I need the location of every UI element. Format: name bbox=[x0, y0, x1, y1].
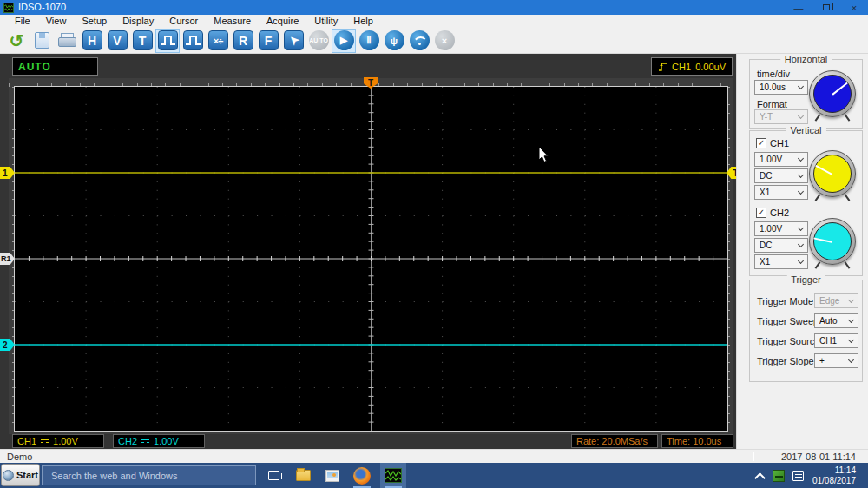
chevron-down-icon bbox=[798, 112, 804, 118]
trigger-group: Trigger Trigger Mode Edge Trigger Sweep … bbox=[749, 280, 863, 382]
status-datetime: 2017-08-01 11:14 bbox=[753, 452, 868, 462]
idso-1070-window: IDSO-1070 — × File View Setup Display Cu… bbox=[0, 0, 868, 488]
trigger-settings-button[interactable]: T bbox=[130, 29, 155, 53]
play-icon: ▶ bbox=[334, 30, 354, 50]
ch1-probe-select[interactable]: X1 bbox=[754, 185, 808, 200]
system-tray: 11:14 01/08/2017 bbox=[756, 463, 868, 488]
cursor-measure-button[interactable]: ➤ bbox=[281, 29, 306, 53]
usb-connect-button[interactable]: ψ bbox=[382, 29, 406, 53]
disconnect-icon: × bbox=[435, 30, 455, 50]
horizontal-group: Horizontal time/div 10.0us Format Y-T bbox=[749, 59, 863, 129]
time-base-readout: Time: 10.0us bbox=[661, 434, 733, 448]
file-explorer-button[interactable] bbox=[290, 463, 316, 488]
menu-view[interactable]: View bbox=[38, 15, 75, 28]
chevron-down-icon bbox=[798, 257, 804, 263]
ch2-checkbox[interactable] bbox=[756, 208, 766, 218]
ch2-enable-row: CH2 bbox=[756, 208, 789, 218]
wifi-connect-button[interactable] bbox=[407, 29, 431, 53]
chevron-down-icon bbox=[798, 171, 804, 177]
single-capture-button[interactable] bbox=[181, 29, 205, 53]
app-icon bbox=[3, 3, 14, 13]
save-button[interactable] bbox=[30, 29, 54, 53]
ch2-voltdiv-select[interactable]: 1.00V bbox=[754, 221, 808, 236]
format-select[interactable]: Y-T bbox=[754, 109, 808, 124]
waveform-mode-button[interactable] bbox=[155, 29, 180, 53]
menu-acquire[interactable]: Acquire bbox=[259, 15, 306, 28]
trigger-icon: T bbox=[133, 30, 153, 50]
cursor-arrow-icon: ➤ bbox=[284, 30, 304, 50]
close-button[interactable]: × bbox=[840, 0, 868, 15]
ch1-checkbox[interactable] bbox=[756, 138, 766, 148]
menu-help[interactable]: Help bbox=[345, 15, 381, 28]
restore-button[interactable] bbox=[812, 0, 840, 15]
ch2-coupling-select[interactable]: DC bbox=[754, 238, 808, 253]
menu-utility[interactable]: Utility bbox=[306, 15, 345, 28]
disconnect-button[interactable]: × bbox=[432, 29, 457, 53]
horizontal-position-knob[interactable] bbox=[809, 70, 856, 117]
connect-icon: ↺ bbox=[10, 30, 24, 51]
trigger-sweep-select[interactable]: Auto bbox=[814, 313, 858, 328]
math-button[interactable]: ×÷ bbox=[206, 29, 230, 53]
math-icon: ×÷ bbox=[208, 30, 228, 50]
horizontal-settings-button[interactable]: H bbox=[80, 29, 104, 53]
ch1-position-knob[interactable] bbox=[809, 150, 856, 197]
ch1-voltdiv-select[interactable]: 1.00V bbox=[754, 152, 808, 167]
task-view-icon bbox=[268, 471, 279, 480]
menu-file[interactable]: File bbox=[7, 15, 38, 28]
show-desktop-button[interactable] bbox=[865, 463, 868, 488]
trigger-group-title: Trigger bbox=[786, 274, 825, 285]
trigger-slope-select[interactable]: + bbox=[814, 353, 858, 368]
pause-button[interactable]: Ⅱ bbox=[357, 29, 381, 53]
dc-coupling-icon bbox=[141, 439, 149, 445]
menu-setup[interactable]: Setup bbox=[74, 15, 115, 28]
chevron-down-icon bbox=[848, 316, 854, 322]
clock-time: 11:14 bbox=[812, 465, 856, 476]
task-view-button[interactable] bbox=[260, 463, 286, 488]
menu-display[interactable]: Display bbox=[115, 15, 161, 28]
idso-app-button[interactable] bbox=[380, 463, 406, 488]
pause-icon: Ⅱ bbox=[359, 30, 379, 50]
taskbar-search-input[interactable] bbox=[42, 465, 256, 485]
connect-button[interactable]: ↺ bbox=[4, 29, 29, 53]
fft-button[interactable]: F bbox=[256, 29, 280, 53]
run-button[interactable]: ▶ bbox=[332, 29, 356, 53]
chevron-down-icon bbox=[798, 82, 804, 89]
taskbar-clock[interactable]: 11:14 01/08/2017 bbox=[812, 465, 865, 486]
menu-measure[interactable]: Measure bbox=[206, 15, 259, 28]
vertical-group-title: Vertical bbox=[786, 125, 825, 135]
start-label: Start bbox=[16, 470, 38, 480]
vertical-settings-button[interactable]: V bbox=[105, 29, 129, 53]
tray-expand-icon[interactable] bbox=[756, 472, 764, 479]
minimize-icon: — bbox=[794, 3, 804, 13]
fft-icon: F bbox=[259, 30, 279, 50]
photos-button[interactable] bbox=[319, 463, 345, 488]
firefox-button[interactable] bbox=[349, 463, 375, 488]
ch1-coupling-select[interactable]: DC bbox=[754, 168, 808, 183]
save-icon bbox=[35, 32, 49, 49]
ch1-enable-row: CH1 bbox=[756, 138, 789, 148]
waveform-display[interactable] bbox=[15, 87, 727, 431]
start-button[interactable]: Start bbox=[1, 464, 40, 486]
print-button[interactable] bbox=[55, 29, 79, 53]
ch2-position-knob[interactable] bbox=[809, 218, 856, 265]
idso-tray-icon[interactable] bbox=[773, 470, 785, 482]
timediv-select[interactable]: 10.0us bbox=[754, 80, 808, 95]
statusbar: Demo 2017-08-01 11:14 bbox=[0, 449, 868, 463]
ch2-label: CH2 bbox=[770, 208, 789, 218]
clock-date: 01/08/2017 bbox=[812, 476, 856, 486]
sample-rate-readout: Rate: 20.0MSa/s bbox=[571, 434, 658, 448]
chevron-down-icon bbox=[848, 336, 854, 342]
mouse-cursor bbox=[538, 147, 550, 164]
reference-button[interactable]: R bbox=[231, 29, 255, 53]
chevron-down-icon bbox=[848, 356, 854, 362]
auto-set-icon: AU TO bbox=[309, 30, 329, 50]
minimize-button[interactable]: — bbox=[785, 0, 812, 15]
ch2-readout: CH21.00V bbox=[113, 434, 205, 448]
ch2-probe-select[interactable]: X1 bbox=[754, 254, 808, 269]
menu-cursor[interactable]: Cursor bbox=[161, 15, 206, 28]
action-center-icon[interactable] bbox=[792, 471, 804, 481]
trigger-source-select[interactable]: CH1 bbox=[814, 333, 858, 348]
auto-set-button[interactable]: AU TO bbox=[306, 29, 331, 53]
taskbar: Start 11:14 01/08/2017 bbox=[0, 463, 868, 488]
trigger-mode-select[interactable]: Edge bbox=[814, 293, 858, 308]
